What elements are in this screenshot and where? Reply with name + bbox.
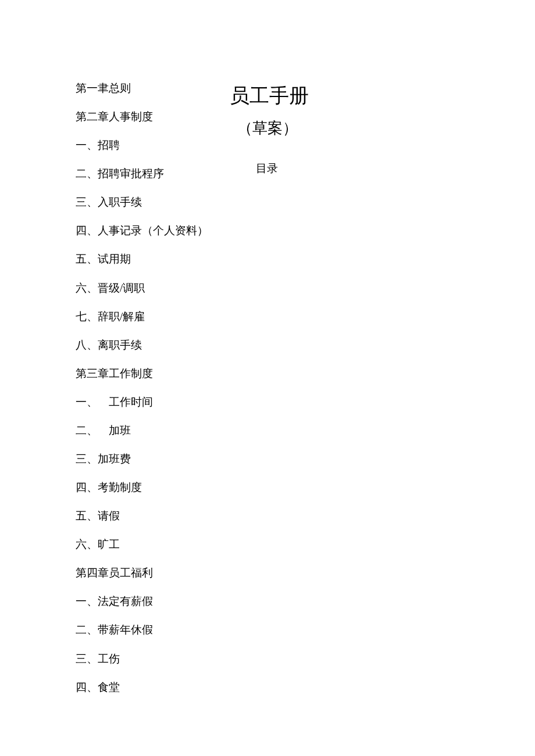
toc-item: 三、工伤 [76, 652, 535, 667]
document-subtitle: （草案） [237, 118, 298, 138]
toc-item: 二、 加班 [76, 424, 535, 438]
toc-heading: 目录 [256, 161, 278, 176]
toc-item: 八、离职手续 [76, 338, 535, 353]
toc-item: 一、 工作时间 [76, 395, 535, 410]
toc-item: 四、考勤制度 [76, 481, 535, 495]
toc-item: 七、辞职/解雇 [76, 310, 535, 324]
toc-item: 第二章人事制度 [76, 110, 535, 124]
toc-item: 五、试用期 [76, 252, 535, 267]
toc-item: 四、食堂 [76, 680, 535, 695]
document-title: 员工手册 [230, 83, 309, 109]
toc-item: 第四章员工福利 [76, 566, 535, 581]
toc-list: 第一聿总则 第二章人事制度 一、招聘 二、招聘审批程序 三、入职手续 四、人事记… [76, 81, 535, 694]
toc-item: 五、请假 [76, 509, 535, 524]
toc-item: 四、人事记录（个人资料） [76, 224, 535, 238]
toc-item: 第三章工作制度 [76, 367, 535, 381]
toc-item: 一、招聘 [76, 138, 535, 153]
toc-item: 六、旷工 [76, 538, 535, 552]
toc-item: 一、法定有薪假 [76, 594, 535, 609]
toc-item: 二、带薪年休假 [76, 623, 535, 637]
toc-item: 三、入职手续 [76, 195, 535, 210]
toc-item: 六、晋级/调职 [76, 281, 535, 296]
toc-item: 三、加班费 [76, 452, 535, 467]
toc-item: 二、招聘审批程序 [76, 167, 535, 181]
document-page: 员工手册 （草案） 目录 第一聿总则 第二章人事制度 一、招聘 二、招聘审批程序… [0, 0, 535, 756]
